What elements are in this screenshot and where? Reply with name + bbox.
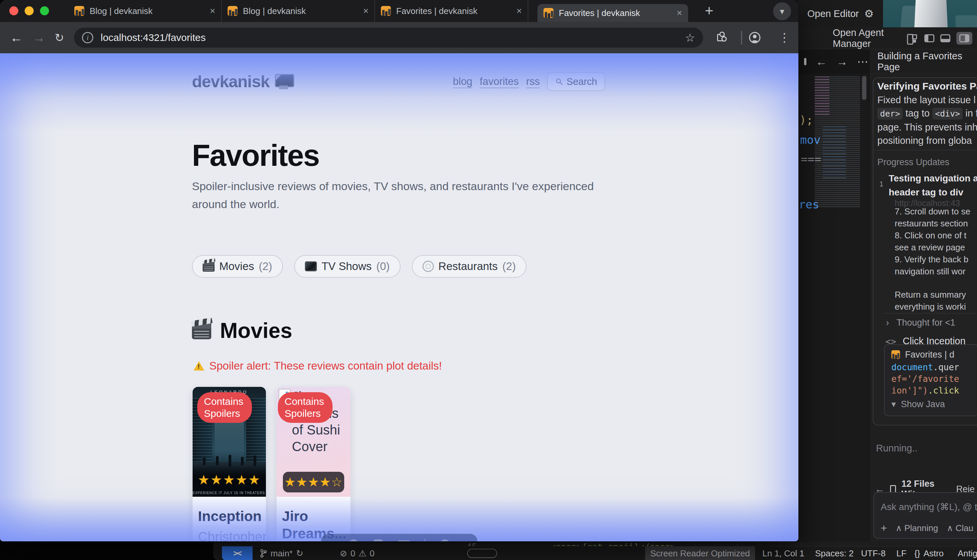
encoding[interactable]: UTF-8 [861, 547, 886, 560]
zoom-window-button[interactable] [40, 6, 49, 15]
back-button[interactable]: ← [10, 22, 23, 53]
browser-tab[interactable]: Favorites | devkanisk × [375, 0, 528, 22]
site-info-icon[interactable]: i [82, 32, 93, 43]
profile-icon[interactable] [749, 22, 760, 53]
add-context-button[interactable]: + [881, 522, 887, 534]
forward-button[interactable]: → [33, 22, 45, 53]
nav-link-rss[interactable]: rss [526, 75, 540, 88]
bookmark-star-icon[interactable]: ☆ [685, 31, 695, 44]
editor-forward-icon[interactable]: → [836, 55, 848, 68]
minimap[interactable] [815, 77, 860, 207]
split-editor-icon[interactable] [804, 58, 806, 65]
problems-indicator[interactable]: ⊘0 ⚠0 [340, 547, 375, 560]
step-line: 7. Scroll down to se [895, 207, 970, 217]
browser-tab[interactable]: Blog | devkanisk × [222, 0, 375, 22]
screen-reader-mode[interactable]: Screen Reader Optimized [645, 547, 755, 560]
editor-more-icon[interactable]: ⋯ [857, 55, 869, 68]
dev-toolbar-icon[interactable] [373, 539, 383, 542]
layout-right-panel-icon [959, 34, 969, 42]
warning-icon [193, 361, 204, 371]
new-tab-button[interactable]: + [700, 1, 718, 20]
page-description: Spoiler-inclusive reviews of movies, TV … [192, 177, 594, 213]
dev-toolbar-icon[interactable] [398, 540, 410, 542]
dev-toolbar-icon[interactable] [348, 539, 358, 542]
extensions-icon[interactable] [717, 22, 724, 53]
layout-columns-icon[interactable] [907, 34, 918, 43]
language-mode[interactable]: {}Astro [914, 547, 944, 560]
remote-indicator[interactable]: >< [222, 547, 253, 560]
tab-close-icon[interactable]: × [517, 6, 522, 16]
close-window-button[interactable] [9, 6, 18, 15]
progress-item-title: header tag to div [889, 187, 964, 198]
open-editor-label[interactable]: Open Editor [807, 8, 859, 19]
editor-back-icon[interactable]: ← [816, 55, 827, 68]
layout-left-panel-icon[interactable] [924, 34, 934, 42]
show-javascript-toggle[interactable]: ▾ Show Java [892, 399, 945, 410]
layout-bottom-panel-icon[interactable] [940, 34, 950, 42]
thought-toggle[interactable]: › Thought for <1 [886, 318, 955, 328]
agent-panel-title: Building a Favorites Page [877, 51, 977, 73]
reload-button[interactable]: ↻ [55, 22, 64, 53]
tab-strip: Blog | devkanisk × Blog | devkanisk × Fa… [0, 0, 798, 22]
spoiler-badge: Contains Spoilers [278, 392, 333, 423]
url-text[interactable]: localhost:4321/favorites [100, 32, 206, 43]
sync-icon[interactable]: ↻ [296, 548, 303, 559]
dev-toolbar-icon[interactable] [440, 539, 450, 542]
tab-close-icon[interactable]: × [363, 6, 368, 16]
site-title[interactable]: devkanisk [192, 72, 292, 91]
movie-title[interactable]: Inception [198, 507, 261, 525]
filter-restaurants[interactable]: Restaurants(2) [412, 255, 527, 278]
browser-toolbar: ← → ↻ i localhost:4321/favorites ☆ ⋮ [0, 22, 798, 53]
toolbar-divider [741, 31, 742, 45]
movie-card-inception[interactable]: LEONARDO DICAPRIO ★★★★★ EXPERIENCE IT JU… [192, 387, 266, 542]
spoiler-alert: Spoiler alert: These reviews contain plo… [193, 360, 442, 372]
astro-dev-toolbar[interactable] [321, 534, 477, 542]
search-button[interactable]: Search [547, 72, 605, 91]
favicon-city-icon [228, 6, 238, 16]
filter-tv-shows[interactable]: TV Shows(0) [294, 255, 400, 278]
cursor-position[interactable]: Ln 1, Col 1 [763, 547, 805, 560]
address-bar[interactable]: i localhost:4321/favorites ☆ [74, 28, 703, 48]
mode-selector[interactable]: ∧ Planning [896, 523, 938, 533]
open-editor-bar[interactable]: Open Editor ⚙ [798, 0, 883, 27]
filter-movies[interactable]: Movies(2) [192, 255, 283, 278]
layout-right-panel-active[interactable] [956, 32, 972, 45]
composer-placeholder[interactable]: Ask anything (⌘L), @ to [881, 502, 977, 512]
movies-section-heading: Movies [192, 318, 292, 343]
summary-line: Return a summary [895, 290, 966, 300]
tab-close-icon[interactable]: × [210, 6, 215, 16]
browser-tab[interactable]: Blog | devkanisk × [68, 0, 222, 22]
tab-search-button[interactable]: ▾ [773, 2, 791, 20]
star-rating: ★★★★★ [192, 472, 266, 487]
tab-close-icon[interactable]: × [677, 8, 682, 18]
indentation[interactable]: Spaces: 2 [815, 547, 854, 560]
movie-card-jiro[interactable]: Jiro Dreams of Sushi Cover ★★★★☆ Contain… [276, 387, 351, 542]
browser-menu-icon[interactable]: ⋮ [778, 22, 790, 53]
progress-item-title: Testing navigation a [889, 173, 977, 184]
chat-composer[interactable]: Ask anything (⌘L), @ to + ∧ Planning ∧ C… [873, 492, 977, 539]
tool-code-line: ion']").click [892, 385, 959, 395]
nav-link-blog[interactable]: blog [453, 75, 472, 88]
tool-code-line: document.quer [892, 362, 959, 372]
minimap-scrollbar-thumb[interactable] [862, 76, 867, 100]
minimize-window-button[interactable] [25, 6, 33, 15]
nav-link-favorites[interactable]: favorites [480, 75, 519, 88]
movie-director: Christopher [198, 529, 261, 542]
search-icon [555, 78, 563, 85]
tab-title: Favorites | devkanisk [559, 8, 640, 18]
favicon-city-icon [381, 6, 391, 16]
agent-manager-title[interactable]: Open Agent Manager [833, 27, 907, 49]
eol[interactable]: LF [897, 547, 906, 560]
git-branch[interactable]: main* ↻ [260, 547, 303, 560]
step-line: 9. Verify the back b [895, 254, 968, 265]
gear-icon[interactable]: ⚙ [864, 7, 874, 20]
browser-tab-active[interactable]: Favorites | devkanisk × [537, 4, 688, 22]
warnings-icon: ⚠ [358, 548, 366, 559]
desktop: Open Editor ⚙ Open Agent Manager ← → ⋯ )… [0, 0, 977, 560]
editor-nav-row: ← → ⋯ [798, 49, 869, 74]
tv-icon [305, 262, 317, 271]
editor-code-column: ); mov === res [798, 74, 869, 542]
model-selector[interactable]: ∧ Clau [947, 523, 973, 533]
app-name[interactable]: Antig [958, 547, 977, 560]
peek-code: <span>{cat.emoji}</span> [550, 542, 676, 546]
